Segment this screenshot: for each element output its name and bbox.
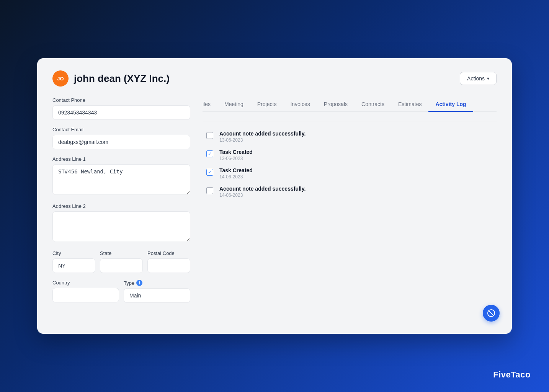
activity-icon-4 (206, 186, 214, 195)
type-label: Type (124, 280, 134, 286)
state-group: State (100, 250, 143, 273)
activity-content-3: Task Created 14-06-2023 (219, 167, 253, 180)
city-input[interactable] (52, 258, 95, 273)
checkbox-empty-icon-2 (206, 187, 213, 194)
activity-date-2: 13-06-2023 (219, 156, 253, 161)
actions-button[interactable]: Actions (460, 72, 497, 85)
tab-projects[interactable]: Projects (250, 97, 284, 112)
tab-divider (203, 121, 497, 121)
tabs-bar: iles Meeting Projects Invoices Proposals… (203, 97, 497, 112)
country-label: Country (52, 280, 119, 286)
tab-contracts[interactable]: Contracts (355, 97, 391, 112)
brand-name-part1: Five (493, 370, 511, 379)
tab-meeting[interactable]: Meeting (217, 97, 250, 112)
activity-item-1: Account note added successfully. 13-06-2… (206, 131, 493, 143)
activity-item-3: ✓ Task Created 14-06-2023 (206, 167, 493, 180)
country-type-row: Country Type i (52, 280, 190, 310)
country-group: Country (52, 280, 119, 303)
state-input[interactable] (100, 258, 143, 273)
type-group: Type i (124, 280, 190, 303)
email-group: Contact Email (52, 127, 190, 149)
city-group: City (52, 250, 95, 273)
activity-icon-3: ✓ (206, 168, 214, 176)
phone-group: Contact Phone (52, 97, 190, 120)
address2-label: Address Line 2 (52, 203, 190, 209)
activity-title-1: Account note added successfully. (219, 131, 306, 137)
brand-name-part2: Taco (511, 370, 531, 379)
activity-content-1: Account note added successfully. 13-06-2… (219, 131, 306, 143)
avatar: JO (52, 70, 69, 87)
activity-title-2: Task Created (219, 149, 253, 155)
postal-input[interactable] (147, 258, 190, 273)
right-panel: iles Meeting Projects Invoices Proposals… (203, 97, 497, 310)
activity-content-2: Task Created 13-06-2023 (219, 149, 253, 161)
tab-invoices[interactable]: Invoices (283, 97, 317, 112)
activity-date-1: 13-06-2023 (219, 137, 306, 143)
activity-item-2: ✓ Task Created 13-06-2023 (206, 149, 493, 161)
help-button[interactable] (483, 305, 500, 322)
contact-title: JO john dean (XYZ Inc.) (52, 70, 170, 87)
postal-label: Postal Code (147, 250, 190, 256)
address1-group: Address Line 1 ST#456 Newland, City (52, 156, 190, 196)
type-label-row: Type i (124, 280, 190, 286)
checkbox-checked-icon: ✓ (206, 150, 213, 157)
activity-item-4: Account note added successfully. 14-06-2… (206, 186, 493, 198)
tab-estimates[interactable]: Estimates (391, 97, 428, 112)
activity-date-3: 14-06-2023 (219, 174, 253, 180)
address1-label: Address Line 1 (52, 156, 190, 162)
activity-date-4: 14-06-2023 (219, 193, 306, 198)
email-input[interactable] (52, 135, 190, 149)
card-header: JO john dean (XYZ Inc.) Actions (52, 70, 497, 87)
card-body: Contact Phone Contact Email Address Line… (52, 97, 497, 310)
type-input[interactable] (124, 288, 190, 303)
left-panel: Contact Phone Contact Email Address Line… (52, 97, 190, 310)
activity-content-4: Account note added successfully. 14-06-2… (219, 186, 306, 198)
address1-input[interactable]: ST#456 Newland, City (52, 164, 190, 195)
city-label: City (52, 250, 95, 256)
activity-icon-2: ✓ (206, 150, 214, 158)
activity-list: Account note added successfully. 13-06-2… (203, 131, 497, 198)
tab-files[interactable]: iles (203, 97, 217, 112)
address2-input[interactable] (52, 211, 190, 242)
state-label: State (100, 250, 143, 256)
main-card: JO john dean (XYZ Inc.) Actions Contact … (37, 58, 512, 334)
tab-proposals[interactable]: Proposals (317, 97, 355, 112)
activity-title-4: Account note added successfully. (219, 186, 306, 192)
type-info-icon: i (136, 280, 142, 286)
activity-icon-1 (206, 131, 214, 140)
phone-input[interactable] (52, 105, 190, 120)
city-state-postal-row: City State Postal Code (52, 250, 190, 280)
svg-line-1 (489, 311, 494, 316)
country-input[interactable] (52, 288, 119, 302)
email-label: Contact Email (52, 127, 190, 132)
brand-footer: FiveTaco (493, 370, 531, 380)
checkbox-empty-icon (206, 132, 213, 139)
address2-group: Address Line 2 (52, 203, 190, 243)
tab-activity-log[interactable]: Activity Log (428, 97, 473, 112)
contact-name: john dean (XYZ Inc.) (74, 73, 170, 85)
phone-label: Contact Phone (52, 97, 190, 103)
postal-group: Postal Code (147, 250, 190, 273)
activity-title-3: Task Created (219, 167, 253, 173)
checkbox-checked-icon-2: ✓ (206, 169, 213, 176)
